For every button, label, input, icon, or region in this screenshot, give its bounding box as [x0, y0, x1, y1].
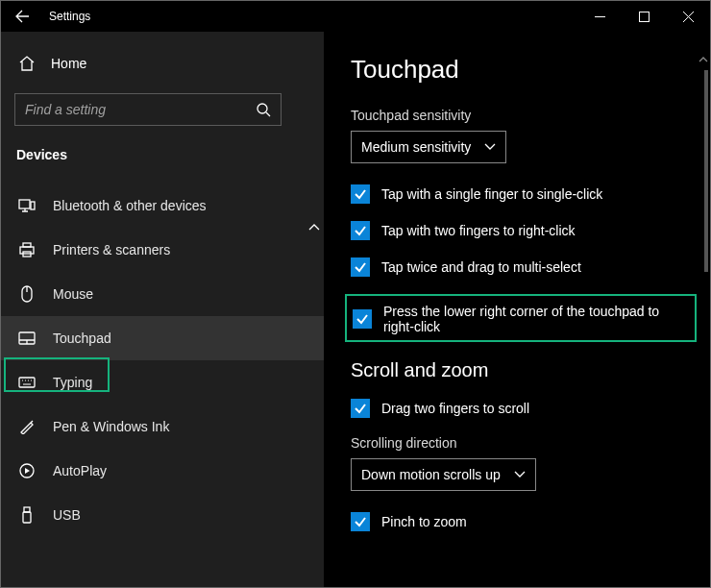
- touchpad-icon: [18, 331, 36, 345]
- sidebar-item-touchpad[interactable]: Touchpad: [1, 316, 324, 360]
- checkbox-icon: [351, 257, 370, 277]
- autoplay-icon: [18, 463, 36, 478]
- svg-point-1: [257, 104, 267, 113]
- scroll-dir-combo[interactable]: Down motion scrolls up: [351, 458, 536, 491]
- checkbox-pinch-zoom[interactable]: Pinch to zoom: [351, 512, 710, 531]
- checkbox-label: Tap twice and drag to multi-select: [381, 259, 581, 275]
- page-heading: Touchpad: [351, 55, 710, 85]
- main-content: Touchpad Touchpad sensitivity Medium sen…: [324, 32, 710, 587]
- sidebar-item-label: USB: [53, 507, 81, 523]
- sidebar-item-label: Printers & scanners: [53, 242, 170, 257]
- svg-rect-11: [24, 507, 30, 512]
- sidebar-item-typing[interactable]: Typing: [1, 360, 324, 404]
- sidebar-item-label: Bluetooth & other devices: [53, 198, 207, 213]
- window-title: Settings: [43, 10, 90, 23]
- svg-rect-5: [23, 243, 31, 247]
- scroll-dir-value: Down motion scrolls up: [361, 467, 501, 482]
- checkbox-tap-drag[interactable]: Tap twice and drag to multi-select: [351, 257, 710, 277]
- checkbox-icon: [351, 512, 370, 531]
- checkbox-tap-single[interactable]: Tap with a single finger to single-click: [351, 184, 710, 204]
- svg-rect-12: [23, 512, 31, 523]
- checkbox-lower-right-highlighted[interactable]: Press the lower right corner of the touc…: [345, 294, 697, 342]
- search-icon: [256, 102, 271, 117]
- sidebar-item-pen[interactable]: Pen & Windows Ink: [1, 404, 324, 449]
- scroll-zoom-heading: Scroll and zoom: [351, 359, 710, 381]
- settings-window: Settings Home: [0, 0, 711, 588]
- close-button[interactable]: [666, 1, 710, 32]
- checkbox-label: Tap with two fingers to right-click: [381, 223, 576, 238]
- checkbox-icon: [351, 184, 370, 204]
- checkbox-label: Pinch to zoom: [381, 514, 467, 529]
- svg-rect-9: [19, 378, 35, 387]
- sensitivity-label: Touchpad sensitivity: [351, 108, 710, 123]
- category-heading: Devices: [1, 126, 324, 162]
- home-icon: [18, 55, 36, 72]
- sidebar-item-label: Touchpad: [53, 331, 111, 346]
- sidebar-item-autoplay[interactable]: AutoPlay: [1, 449, 324, 493]
- svg-rect-4: [20, 247, 34, 254]
- usb-icon: [18, 506, 36, 524]
- checkbox-icon: [351, 221, 370, 240]
- scrollbar-thumb[interactable]: [704, 70, 708, 272]
- nav-list: Bluetooth & other devices Printers & sca…: [1, 184, 324, 537]
- sensitivity-value: Medium sensitivity: [361, 139, 471, 155]
- home-nav[interactable]: Home: [1, 43, 324, 84]
- svg-rect-0: [639, 12, 649, 21]
- scroll-up-icon[interactable]: [699, 57, 708, 63]
- mouse-icon: [18, 285, 36, 303]
- sidebar-item-label: Typing: [53, 375, 92, 390]
- titlebar: Settings: [1, 1, 710, 32]
- minimize-button[interactable]: [577, 1, 622, 32]
- chevron-down-icon: [514, 471, 526, 478]
- sidebar-item-label: Mouse: [53, 286, 93, 302]
- printer-icon: [18, 242, 36, 257]
- checkbox-label: Press the lower right corner of the touc…: [383, 304, 689, 334]
- checkbox-tap-two[interactable]: Tap with two fingers to right-click: [351, 221, 710, 240]
- sidebar: Home Devices Bluetoot: [1, 32, 324, 587]
- chevron-up-icon[interactable]: [308, 224, 320, 232]
- sidebar-item-label: Pen & Windows Ink: [53, 419, 169, 434]
- search-input[interactable]: [25, 102, 256, 117]
- devices-icon: [18, 198, 36, 213]
- checkbox-drag-scroll[interactable]: Drag two fingers to scroll: [351, 399, 710, 418]
- search-field[interactable]: [14, 93, 282, 126]
- checkbox-icon: [353, 309, 372, 329]
- checkbox-icon: [351, 399, 370, 418]
- keyboard-icon: [18, 377, 36, 388]
- scroll-dir-label: Scrolling direction: [351, 435, 710, 451]
- sidebar-item-mouse[interactable]: Mouse: [1, 272, 324, 316]
- sidebar-item-printers[interactable]: Printers & scanners: [1, 228, 324, 272]
- back-button[interactable]: [1, 1, 43, 32]
- svg-rect-2: [19, 200, 30, 208]
- maximize-button[interactable]: [622, 1, 666, 32]
- checkbox-label: Tap with a single finger to single-click: [381, 186, 602, 202]
- sensitivity-combo[interactable]: Medium sensitivity: [351, 131, 506, 163]
- checkbox-label: Drag two fingers to scroll: [381, 401, 529, 416]
- window-controls: [577, 1, 710, 32]
- svg-rect-3: [31, 202, 35, 209]
- pen-icon: [18, 419, 36, 434]
- home-label: Home: [51, 56, 86, 71]
- sidebar-item-label: AutoPlay: [53, 463, 107, 478]
- sidebar-item-usb[interactable]: USB: [1, 493, 324, 537]
- chevron-down-icon: [484, 143, 496, 151]
- sidebar-item-bluetooth[interactable]: Bluetooth & other devices: [1, 184, 324, 228]
